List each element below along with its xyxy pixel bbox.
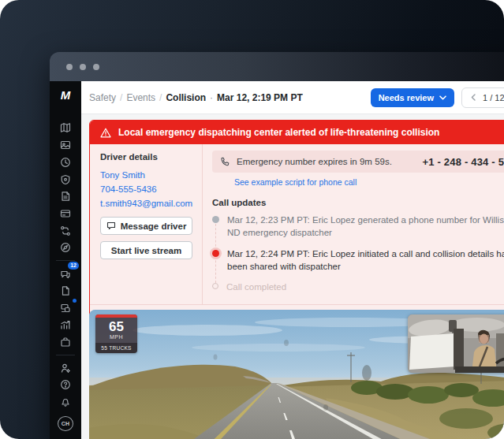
driver-phone-link[interactable]: 704-555-5436: [100, 184, 192, 194]
timeline-dot-done: [212, 216, 219, 223]
message-driver-button[interactable]: Message driver: [100, 217, 192, 235]
event-timestamp: Mar 12, 2:19 PM PT: [217, 92, 303, 103]
phone-script-link[interactable]: See example script for phone call: [234, 177, 357, 187]
brand-logo[interactable]: M: [61, 88, 71, 106]
needs-review-button[interactable]: Needs review: [371, 88, 454, 107]
timeline-dot-current: [212, 250, 219, 257]
chevron-left-icon[interactable]: [471, 94, 476, 101]
collision-alert-panel: Local emergency dispatching center alert…: [89, 120, 504, 331]
window-control-dot[interactable]: [80, 64, 86, 70]
sidebar-nav: M: [50, 81, 81, 439]
map-icon[interactable]: [56, 120, 75, 137]
shield-icon[interactable]: [56, 171, 75, 188]
speed-value: 65: [95, 318, 137, 334]
driver-facing-camera-inset[interactable]: [408, 314, 504, 373]
toolbox-icon[interactable]: [56, 333, 75, 351]
page-content: Local emergency dispatching center alert…: [81, 114, 504, 439]
timeline-item: Mar 12, 2:23 PM PT: Eric Lopez generated…: [212, 214, 504, 240]
route-icon[interactable]: [56, 222, 75, 240]
truck-speed-limit: 55 TRUCKS: [95, 343, 137, 353]
pagination-count: 1 / 12: [483, 93, 504, 102]
browser-titlebar: [50, 52, 504, 81]
clock-icon[interactable]: [56, 154, 75, 171]
cab-interior-view: [408, 314, 504, 373]
location-icon[interactable]: [56, 240, 75, 257]
call-updates-heading: Call updates: [212, 198, 504, 207]
card-icon[interactable]: [56, 205, 75, 222]
timeline-dot-pending: [212, 283, 218, 289]
driver-details-heading: Driver details: [100, 152, 192, 162]
emergency-expiry-text: Emergency number expires in 9m 59s.: [237, 157, 392, 166]
event-pagination: 1 / 12: [461, 87, 504, 108]
call-updates-timeline: Mar 12, 2:23 PM PT: Eric Lopez generated…: [212, 214, 504, 294]
app-frame: M: [50, 81, 504, 439]
dashcam-video-player[interactable]: 65 MPH 55 TRUCKS: [89, 310, 504, 439]
breadcrumb-collision: Collision: [166, 92, 206, 103]
avatar[interactable]: CH: [58, 416, 73, 431]
notifications-icon[interactable]: [56, 393, 75, 411]
emergency-phone-number: +1 - 248 - 434 - 550: [422, 156, 504, 168]
call-updates-panel: Emergency number expires in 9m 59s. +1 -…: [203, 144, 504, 304]
driver-details-panel: Driver details Tony Smith 704-555-5436 t…: [90, 144, 203, 304]
admin-icon[interactable]: [56, 359, 75, 377]
window-control-dot[interactable]: [93, 64, 99, 70]
report-icon[interactable]: [56, 188, 75, 205]
speed-badge: 65 MPH 55 TRUCKS: [95, 314, 137, 353]
devices-notification-dot: [73, 299, 77, 303]
breadcrumb-safety[interactable]: Safety: [89, 92, 116, 103]
main-area: Safety / Events / Collision · Mar 12, 2:…: [81, 81, 504, 439]
driver-email-link[interactable]: t.smith943@gmail.com: [100, 199, 192, 208]
emergency-number-bar: Emergency number expires in 9m 59s. +1 -…: [212, 151, 504, 173]
chat-icon[interactable]: 12: [56, 265, 75, 282]
alert-banner-text: Local emergency dispatching center alert…: [118, 127, 439, 138]
sidebar-divider: [56, 260, 75, 261]
timeline-item: Mar 12, 2:24 PM PT: Eric Lopez initiated…: [212, 248, 504, 273]
breadcrumb: Safety / Events / Collision · Mar 12, 2:…: [89, 92, 303, 103]
timeline-item: Call completed: [212, 281, 504, 294]
document-icon[interactable]: [56, 282, 75, 299]
page-header: Safety / Events / Collision · Mar 12, 2:…: [81, 81, 504, 114]
phone-icon: [220, 157, 230, 167]
help-icon[interactable]: [56, 376, 75, 393]
sidebar-divider: [56, 355, 75, 355]
speed-unit: MPH: [95, 334, 137, 343]
message-icon: [106, 221, 116, 230]
camera-icon[interactable]: [56, 136, 75, 154]
marketing-card-background: M: [0, 0, 504, 439]
window-control-dot[interactable]: [66, 64, 73, 70]
start-live-stream-button[interactable]: Start live stream: [100, 241, 192, 259]
alert-banner: Local emergency dispatching center alert…: [90, 121, 504, 144]
breadcrumb-events[interactable]: Events: [126, 92, 155, 103]
driver-name-link[interactable]: Tony Smith: [100, 170, 192, 180]
chat-badge: 12: [68, 262, 79, 270]
browser-window: M: [50, 52, 504, 439]
warning-icon: [100, 128, 111, 138]
devices-icon[interactable]: [56, 299, 75, 317]
chevron-down-icon: [439, 95, 446, 100]
trends-icon[interactable]: [56, 316, 75, 333]
